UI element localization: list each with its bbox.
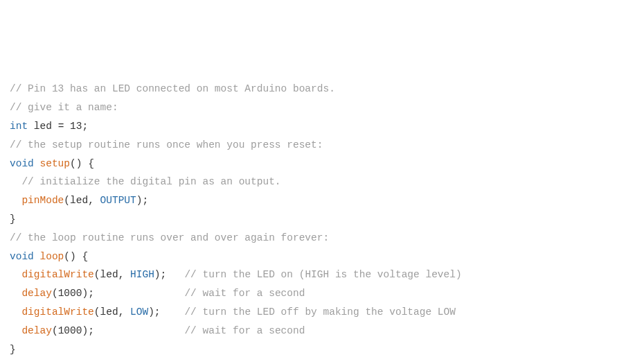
code-line: digitalWrite(led, HIGH); // turn the LED… [10,266,634,284]
code-line: delay(1000); // wait for a second [10,322,634,340]
comma: , [118,269,130,280]
parens-brace: () { [64,251,88,262]
indent [10,288,21,299]
comment: // Pin 13 has an LED connected on most A… [10,83,335,94]
indent [10,269,21,280]
function-name: loop [40,251,64,262]
argument: led [100,306,118,318]
number-literal: 1000 [58,325,82,336]
function-call: delay [21,288,52,299]
space [34,158,40,169]
paren-close: ); [154,269,185,280]
function-call: digitalWrite [21,306,93,318]
paren-open: ( [64,195,70,206]
code-line: } [10,210,634,229]
semicolon: ; [82,121,88,132]
indent [10,195,21,206]
number-literal: 1000 [58,288,82,299]
paren-open: ( [52,288,58,299]
brace-close: } [10,344,16,355]
constant: HIGH [130,269,154,280]
comment: // initialize the digital pin as an outp… [10,176,281,187]
paren-close: ); [82,325,184,336]
comment: // the setup routine runs once when you … [10,139,323,150]
paren-close: ); [148,306,184,318]
parens-brace: () { [70,158,94,169]
comment: // the loop routine runs over and over a… [10,232,329,243]
code-line: // initialize the digital pin as an outp… [10,173,634,191]
indent [10,306,21,318]
code-line: digitalWrite(led, LOW); // turn the LED … [10,303,634,322]
comma: , [118,306,130,318]
comment: // wait for a second [184,288,305,299]
paren-open: ( [52,325,58,336]
code-line: int led = 13; [10,117,634,136]
paren-close: ); [82,288,184,299]
code-line: // Pin 13 has an LED connected on most A… [10,80,634,98]
paren-open: ( [94,269,100,280]
brace-close: } [10,214,16,225]
code-line: } [10,340,634,355]
comment: // wait for a second [184,325,305,336]
function-call: digitalWrite [21,269,93,280]
keyword-void: void [10,158,34,169]
comment: // turn the LED off by making the voltag… [184,306,456,318]
code-line: // the loop routine runs over and over a… [10,229,634,248]
code-line: // give it a name: [10,98,634,117]
argument: led [70,195,88,206]
function-call: delay [21,325,52,336]
identifier: led [28,121,58,132]
constant: OUTPUT [100,195,136,206]
function-name: setup [40,158,71,169]
constant: LOW [130,306,148,318]
code-line: delay(1000); // wait for a second [10,284,634,303]
paren-close: ); [136,195,148,206]
function-call: pinMode [21,195,64,206]
code-line: // the setup routine runs once when you … [10,136,634,155]
keyword-int: int [10,121,28,132]
comma: , [88,195,100,206]
code-block: // Pin 13 has an LED connected on most A… [10,80,634,355]
code-line: void setup() { [10,155,634,173]
comment: // give it a name: [10,102,118,113]
paren-open: ( [94,306,100,318]
comment: // turn the LED on (HIGH is the voltage … [184,269,461,280]
space [34,251,40,262]
argument: led [100,269,118,280]
number-literal: 13 [70,121,82,132]
keyword-void: void [10,251,34,262]
code-line: void loop() { [10,248,634,266]
code-line: pinMode(led, OUTPUT); [10,191,634,210]
indent [10,325,21,336]
operator: = [58,121,70,132]
